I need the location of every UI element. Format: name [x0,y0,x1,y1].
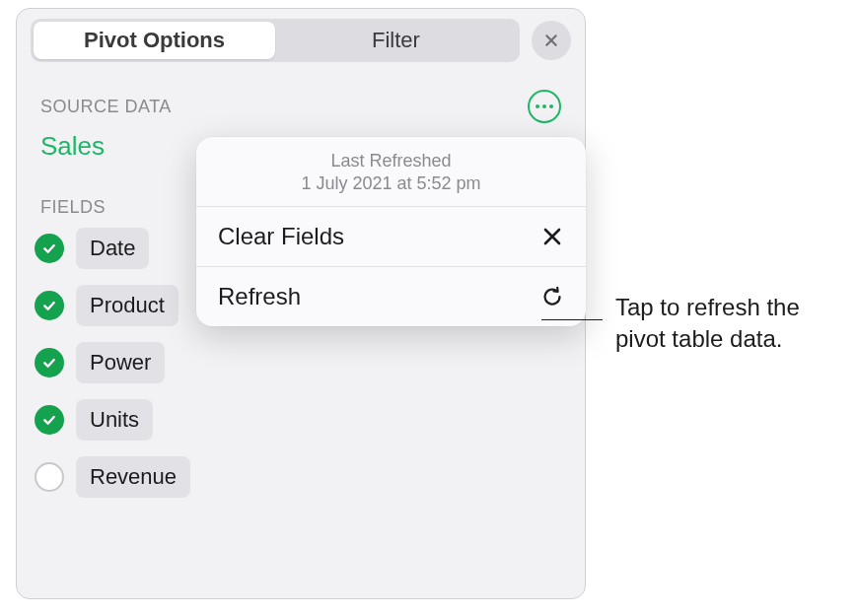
refresh-button[interactable]: Refresh [196,267,586,326]
ellipsis-icon [536,104,553,108]
pivot-options-panel: Pivot Options Filter SOURCE DATA Sales F… [16,8,586,599]
checkmark-icon [41,298,57,313]
field-checkbox[interactable] [35,234,64,263]
checkmark-icon [41,240,57,256]
tab-filter[interactable]: Filter [275,22,517,59]
field-chip[interactable]: Power [76,342,165,383]
close-icon [543,33,559,48]
tab-pivot-options[interactable]: Pivot Options [34,22,275,59]
field-checkbox[interactable] [35,462,64,492]
source-more-button[interactable] [528,90,561,123]
field-row: Power [35,342,567,383]
field-row: Revenue [35,456,567,498]
refresh-label: Refresh [218,283,301,310]
field-chip[interactable]: Units [76,399,153,441]
header-row: Pivot Options Filter [17,9,585,62]
callout-text: Tap to refresh the pivot table data. [615,292,842,356]
field-checkbox[interactable] [35,348,64,377]
close-icon [540,225,564,248]
checkmark-icon [41,412,57,428]
field-checkbox[interactable] [35,291,64,320]
source-data-label: SOURCE DATA [40,97,172,117]
field-checkbox[interactable] [35,405,64,435]
checkmark-icon [41,355,57,371]
field-chip[interactable]: Product [76,285,179,326]
tabs-segmented-control: Pivot Options Filter [31,19,520,62]
clear-fields-label: Clear Fields [218,223,344,250]
field-chip[interactable]: Revenue [76,456,190,498]
last-refreshed-label: Last Refreshed [206,151,576,171]
close-button[interactable] [532,21,571,60]
source-options-popover: Last Refreshed 1 July 2021 at 5:52 pm Cl… [196,137,586,326]
refresh-icon [540,285,564,308]
field-chip[interactable]: Date [76,228,149,269]
callout-leader-line [541,319,603,320]
clear-fields-button[interactable]: Clear Fields [196,207,586,267]
source-data-header: SOURCE DATA [17,62,585,123]
field-row: Units [35,399,567,441]
popover-header: Last Refreshed 1 July 2021 at 5:52 pm [196,137,586,207]
last-refreshed-timestamp: 1 July 2021 at 5:52 pm [206,173,576,194]
